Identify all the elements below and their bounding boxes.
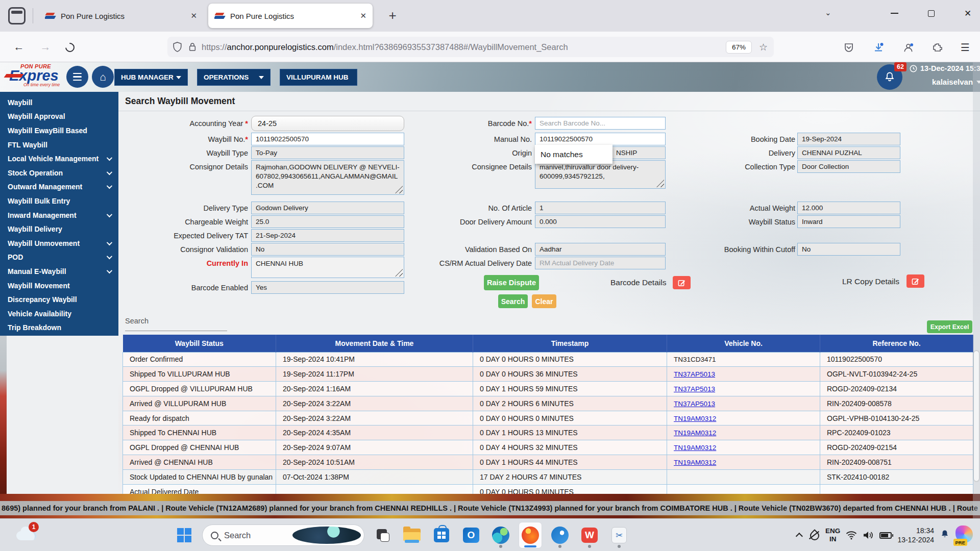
export-excel-button[interactable]: Export Excel [927,320,972,333]
taskbar-search[interactable]: Search [202,524,364,546]
pon-pure-logo[interactable]: PON PURE Expres On time every time [5,63,65,91]
sidebar-item[interactable]: Stock Operation [0,166,118,180]
role-dropdown[interactable]: HUB MANAGER [114,69,188,86]
url-bar[interactable]: https://anchor.ponpurelogistics.com/inde… [167,37,774,57]
booking-within-cutoff-input[interactable]: No [797,243,900,256]
wps-office-button[interactable]: W [578,522,601,548]
vehicle-link[interactable]: TN31CD3471 [674,356,716,363]
expected-delivery-tat-input[interactable]: 21-Sep-2024 [251,229,404,242]
thunderbird-button[interactable] [548,522,572,548]
lr-copy-details-edit-button[interactable] [906,274,924,288]
start-button[interactable] [173,522,196,548]
home-icon[interactable]: ⌂ [92,66,114,88]
barcode-details-edit-button[interactable] [673,276,691,289]
vehicle-link[interactable]: TN37AP5013 [674,370,715,378]
scrollbar-thumb[interactable] [974,351,979,481]
module-dropdown[interactable]: OPERATIONS [197,69,271,86]
vehicle-link[interactable]: TN19AM0312 [674,415,716,422]
vehicle-link[interactable]: TN37AP5013 [674,400,715,408]
table-row[interactable]: Ready for dispatch 20-Sep-2024 3:22AM 0 … [123,411,973,425]
table-row[interactable]: Stock Updated to CHENNAI HUB by gunalan … [123,469,973,484]
volume-icon[interactable] [863,531,874,540]
browser-tab-2-active[interactable]: Pon Pure Logistics ✕ [208,4,373,28]
waybill-no-input[interactable]: 10119022500570 [251,133,404,145]
door-delivery-amount-input[interactable]: 0.000 [535,215,666,228]
download-icon[interactable] [871,40,886,55]
vehicle-link[interactable]: TN19AM0312 [674,444,716,452]
delivery-input[interactable]: CHENNAI PUZHAL [797,146,900,159]
window-close-button[interactable]: ✕ [951,0,980,27]
firefox-button-active[interactable] [519,522,542,548]
branch-button[interactable]: VILLUPURAM HUB [280,69,357,86]
cs-rm-actual-delivery-date-input[interactable]: RM Actual Delivery Date [535,257,666,269]
sidebar-item[interactable]: Waybill Unmovement [0,236,118,251]
pen-icon[interactable] [808,530,820,541]
sidebar-item[interactable]: Inward Management [0,208,118,222]
chargeable-weight-input[interactable]: 25.0 [251,215,404,228]
validation-based-on-input[interactable]: Aadhar [535,243,666,256]
sidebar-item[interactable]: Waybill EwayBill Based [0,123,118,138]
extensions-icon[interactable] [930,40,945,55]
window-maximize-button[interactable] [915,0,947,27]
table-row[interactable]: OGPL Dropped @ VILLUPURAM HUB 20-Sep-202… [123,382,973,396]
language-indicator[interactable]: ENGIN [825,527,840,543]
sidebar-item[interactable]: Waybill Bulk Entry [0,194,118,208]
copilot-button[interactable]: PRE [955,525,975,545]
accounting-year-select[interactable]: 24-25 [251,116,404,131]
sidebar-item[interactable]: Trip Breakdown [0,321,118,335]
vehicle-link[interactable]: TN19AM0312 [674,429,716,437]
vehicle-link[interactable]: TN19AM0312 [674,459,716,466]
wifi-icon[interactable] [846,531,857,540]
tab-close-icon[interactable]: ✕ [190,11,197,20]
raise-dispute-button[interactable]: Raise Dispute [484,275,539,290]
barcode-enabled-input[interactable]: Yes [251,281,404,294]
browser-tab-1[interactable]: Pon Pure Logistics ✕ [39,4,203,28]
sidebar-item[interactable]: Vehicle Availability [0,307,118,321]
sidebar-item[interactable]: FTL Waybill [0,138,118,152]
sidebar-item[interactable]: Waybill Approval [0,110,118,124]
weather-widget[interactable]: 1 [13,524,46,547]
page-scrollbar[interactable] [973,62,980,518]
sidebar-item[interactable]: Local Vehicle Management [0,152,118,166]
resize-grip-icon[interactable] [395,269,403,277]
sidebar-item[interactable]: Waybill Movement [0,279,118,293]
manual-no-input[interactable]: 10119022500570 [535,133,666,145]
forward-icon[interactable]: → [38,40,53,55]
resize-grip-icon[interactable] [395,186,403,193]
col-waybill-status[interactable]: Waybill Status [123,335,276,352]
pocket-icon[interactable] [841,40,856,55]
col-reference-no[interactable]: Reference No. [820,335,973,352]
back-icon[interactable]: ← [11,40,27,55]
tray-clock[interactable]: 18:3413-12-2024 [897,526,934,544]
window-minimize-button[interactable] [878,0,911,27]
hamburger-menu-icon[interactable] [66,66,88,88]
tab-close-icon[interactable]: ✕ [360,11,366,20]
bookmark-star-icon[interactable]: ☆ [759,41,768,53]
table-row[interactable]: Arrived @ VILLUPURAM HUB 20-Sep-2024 3:2… [123,396,973,411]
snipping-tool-button[interactable]: ✂ [607,522,631,548]
resize-grip-icon[interactable] [656,180,664,187]
no-of-article-input[interactable]: 1 [535,202,666,214]
file-explorer-button[interactable] [400,522,424,548]
vehicle-link[interactable]: TN37AP5013 [674,385,715,393]
consignee-details-textarea[interactable]: manivel,thiruvallur door delivery-600099… [535,160,666,189]
sidebar-item[interactable]: POD [0,251,118,265]
delivery-type-input[interactable]: Godown Delivery [251,202,404,214]
battery-icon[interactable] [879,532,892,539]
new-tab-button[interactable]: + [384,7,401,24]
outlook-button[interactable]: O [459,522,483,548]
barcode-no-input[interactable]: Search Barcode No... [535,117,666,130]
sidebar-item[interactable]: Manual E-Waybill [0,264,118,279]
tray-chevron-icon[interactable] [796,533,803,540]
notification-center-bell-icon[interactable] [940,529,950,542]
firefox-view-icon[interactable] [8,7,26,24]
sidebar-item[interactable]: Waybill [0,95,118,110]
sidebar-item[interactable]: Waybill Delivery [0,222,118,236]
clear-button[interactable]: Clear [532,294,556,308]
sidebar-item[interactable]: Discrepancy Waybill [0,292,118,307]
actual-weight-input[interactable]: 12.000 [797,202,900,214]
consignor-validation-input[interactable]: No [251,243,404,256]
task-view-button[interactable] [371,522,394,548]
zoom-level-badge[interactable]: 67% [726,41,752,54]
col-timestamp[interactable]: Timestamp [473,335,667,352]
